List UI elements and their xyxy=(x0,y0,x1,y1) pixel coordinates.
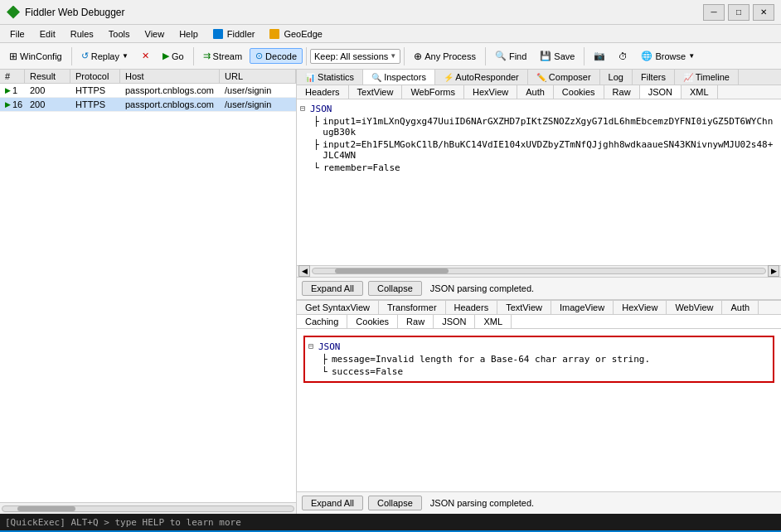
tab-log[interactable]: Log xyxy=(600,70,633,85)
go-label: Go xyxy=(172,51,184,61)
response-collapse-button[interactable]: Collapse xyxy=(368,496,422,510)
toolbar-separator-4 xyxy=(404,47,405,65)
response-tab-transformer[interactable]: Transformer xyxy=(379,301,446,314)
decode-icon: ⊙ xyxy=(255,51,263,61)
toolbar-separator-1 xyxy=(71,47,72,65)
response-tab-textview[interactable]: TextView xyxy=(497,301,551,314)
tree-leaf-icon-0: ├ xyxy=(313,116,323,127)
top-tab-bar: 📊 Statistics 🔍 Inspectors ⚡ AutoResponde… xyxy=(297,70,781,85)
subtab-json[interactable]: JSON xyxy=(640,85,682,99)
resp-tree-expand-root[interactable]: ⊟ xyxy=(308,341,318,351)
scroll-right-btn[interactable]: ▶ xyxy=(768,265,779,277)
session-num-16: 16 xyxy=(12,99,22,109)
resp-raw-label: Raw xyxy=(406,317,424,326)
subtab-headers[interactable]: Headers xyxy=(297,85,349,99)
remove-button[interactable]: ✕ xyxy=(136,48,155,64)
stream-button[interactable]: ⇉ Stream xyxy=(197,48,248,64)
scroll-left-btn[interactable]: ◀ xyxy=(298,265,310,277)
subtab-webforms[interactable]: WebForms xyxy=(402,85,464,99)
tree-root-label: JSON xyxy=(310,104,332,114)
menu-rules[interactable]: Rules xyxy=(64,27,100,41)
any-process-button[interactable]: ⊕ Any Process xyxy=(408,48,482,65)
response-tab-webview[interactable]: WebView xyxy=(667,301,722,314)
session-host-1: passport.cnblogs.com xyxy=(120,84,220,97)
find-button[interactable]: 🔍 Find xyxy=(489,48,532,64)
resp-tree-root-label: JSON xyxy=(318,341,341,352)
menu-view[interactable]: View xyxy=(138,27,172,41)
response-tab-auth[interactable]: Auth xyxy=(722,301,759,314)
transformer-label: Transformer xyxy=(387,302,437,312)
col-header-protocol[interactable]: Protocol xyxy=(70,70,120,83)
col-header-url[interactable]: URL xyxy=(220,70,296,83)
geoedge-icon xyxy=(269,29,279,39)
response-expand-all-button[interactable]: Expand All xyxy=(302,496,363,510)
stream-icon: ⇉ xyxy=(203,51,211,61)
table-row[interactable]: ▶ 16 200 HTTPS passport.cnblogs.com /use… xyxy=(0,98,296,112)
response-tab-headers[interactable]: Headers xyxy=(446,301,498,314)
screenshot-button[interactable]: 📷 xyxy=(588,48,611,64)
tab-statistics[interactable]: 📊 Statistics xyxy=(297,70,363,85)
tab-filters[interactable]: Filters xyxy=(633,70,675,85)
tree-expand-root[interactable]: ⊟ xyxy=(300,104,310,113)
toolbar: ⊞ WinConfig ↺ Replay ▼ ✕ ▶ Go ⇉ Stream ⊙… xyxy=(0,43,781,70)
winconfig-icon: ⊞ xyxy=(9,51,17,62)
autoresponder-icon: ⚡ xyxy=(444,73,454,82)
xml-label: XML xyxy=(690,87,709,97)
response-subtab-raw[interactable]: Raw xyxy=(398,315,434,328)
json-label: JSON xyxy=(648,87,672,97)
menu-geoedge[interactable]: GeoEdge xyxy=(263,27,328,41)
resp-json-label: JSON xyxy=(442,317,466,326)
menu-fiddler[interactable]: Fiddler xyxy=(206,27,262,41)
resp-tree-item-0: ├ message=Invalid length for a Base-64 c… xyxy=(322,353,769,365)
sessions-hscrollbar[interactable] xyxy=(0,502,296,514)
response-tab-hexview[interactable]: HexView xyxy=(614,301,667,314)
response-subtab-cookies[interactable]: Cookies xyxy=(347,315,398,328)
response-tab-syntax[interactable]: Get SyntaxView xyxy=(297,301,379,314)
subtab-raw[interactable]: Raw xyxy=(604,85,640,99)
minimize-button[interactable]: ─ xyxy=(703,4,725,21)
timer-button[interactable]: ⏱ xyxy=(613,49,633,64)
save-button[interactable]: 💾 Save xyxy=(534,48,580,64)
resp-xml-label: XML xyxy=(483,317,502,326)
response-subtab-xml[interactable]: XML xyxy=(475,315,512,328)
response-tab-bar: Get SyntaxView Transformer Headers TextV… xyxy=(297,301,781,315)
browse-button[interactable]: 🌐 Browse ▼ xyxy=(635,48,701,64)
menu-edit[interactable]: Edit xyxy=(33,27,62,41)
keep-dropdown[interactable]: Keep: All sessions ▼ xyxy=(310,49,400,64)
subtab-auth[interactable]: Auth xyxy=(517,85,554,99)
winconfig-button[interactable]: ⊞ WinConfig xyxy=(3,48,68,65)
response-subtab-caching[interactable]: Caching xyxy=(297,315,347,328)
tab-composer[interactable]: ✏️ Composer xyxy=(528,70,600,85)
quickexec-bar[interactable]: [QuickExec] ALT+Q > type HELP to learn m… xyxy=(0,514,781,530)
subtab-hexview[interactable]: HexView xyxy=(464,85,517,99)
response-content-area: ⊟ JSON ├ message=Invalid length for a Ba… xyxy=(297,329,781,492)
response-subtab-json[interactable]: JSON xyxy=(434,315,475,328)
tab-inspectors[interactable]: 🔍 Inspectors xyxy=(363,70,435,85)
subtab-textview[interactable]: TextView xyxy=(349,85,403,99)
tab-autoresponder[interactable]: ⚡ AutoResponder xyxy=(435,70,528,85)
col-header-hash[interactable]: # xyxy=(0,70,25,83)
response-tab-imageview[interactable]: ImageView xyxy=(551,301,614,314)
decode-button[interactable]: ⊙ Decode xyxy=(250,48,303,64)
menu-file[interactable]: File xyxy=(3,27,32,41)
title-bar-left: Fiddler Web Debugger xyxy=(7,6,125,19)
col-header-result[interactable]: Result xyxy=(25,70,70,83)
toolbar-separator-3 xyxy=(306,47,307,65)
toolbar-separator-2 xyxy=(193,47,194,65)
request-hscrollbar[interactable]: ◀ ▶ xyxy=(297,265,781,277)
request-content-area: ⊟ JSON ├ input1=iY1mLXnQygxg47UuiID6NArG… xyxy=(297,99,781,277)
go-button[interactable]: ▶ Go xyxy=(157,48,190,64)
replay-button[interactable]: ↺ Replay ▼ xyxy=(75,48,134,64)
subtab-cookies[interactable]: Cookies xyxy=(554,85,604,99)
request-collapse-button[interactable]: Collapse xyxy=(368,281,422,296)
maximize-button[interactable]: □ xyxy=(728,4,749,21)
menu-help[interactable]: Help xyxy=(172,27,205,41)
close-button[interactable]: ✕ xyxy=(753,4,774,21)
col-header-host[interactable]: Host xyxy=(120,70,220,83)
menu-tools[interactable]: Tools xyxy=(102,27,137,41)
table-row[interactable]: ▶ 1 200 HTTPS passport.cnblogs.com /user… xyxy=(0,84,296,98)
tab-timeline[interactable]: 📈 Timeline xyxy=(675,70,739,85)
subtab-xml[interactable]: XML xyxy=(682,85,718,99)
request-expand-all-button[interactable]: Expand All xyxy=(302,281,363,296)
replay-dropdown-icon: ▼ xyxy=(122,52,129,60)
